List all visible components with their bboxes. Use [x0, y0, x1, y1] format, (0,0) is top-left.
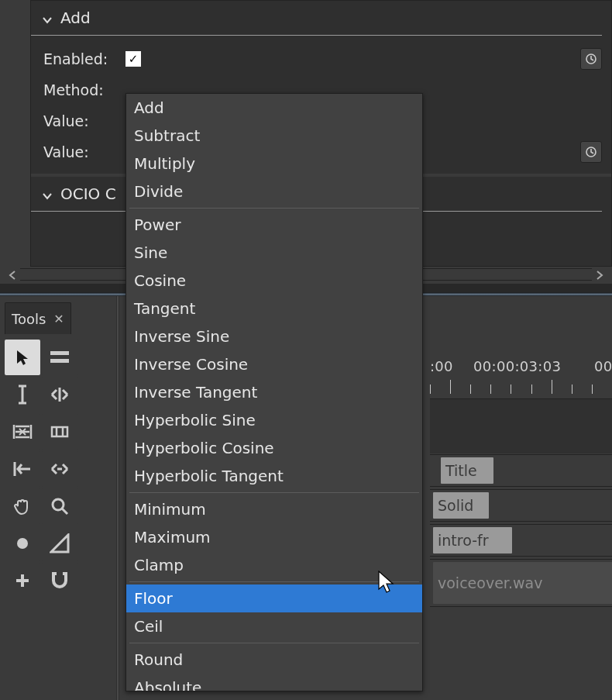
- slide-right-icon: [50, 460, 70, 478]
- dropdown-item-inverse-tangent[interactable]: Inverse Tangent: [126, 378, 422, 406]
- dropdown-item-hyperbolic-sine[interactable]: Hyperbolic Sine: [126, 406, 422, 434]
- scroll-right-icon[interactable]: [592, 268, 607, 282]
- tool-record[interactable]: [5, 526, 40, 561]
- dropdown-item-inverse-sine[interactable]: Inverse Sine: [126, 322, 422, 350]
- tool-hand[interactable]: [5, 488, 40, 524]
- svg-rect-2: [50, 351, 69, 355]
- dropdown-item-multiply[interactable]: Multiply: [126, 150, 422, 178]
- timeline-gap: [430, 399, 612, 453]
- dropdown-separator: [129, 581, 419, 582]
- tool-ripple[interactable]: [42, 377, 77, 412]
- transition-icon: [50, 533, 70, 553]
- dropdown-item-subtract[interactable]: Subtract: [126, 122, 422, 150]
- track-1[interactable]: Solid: [430, 489, 612, 522]
- dropdown-item-maximum[interactable]: Maximum: [126, 523, 422, 551]
- tool-pointer[interactable]: [5, 340, 40, 375]
- clip-intro-fr[interactable]: intro-fr: [433, 527, 512, 553]
- section-add-title: Add: [60, 9, 91, 27]
- dropdown-item-round[interactable]: Round: [126, 646, 422, 674]
- tool-grid: [5, 340, 85, 598]
- enabled-label: Enabled:: [43, 50, 118, 67]
- chevron-down-icon: [42, 188, 53, 199]
- dropdown-item-hyperbolic-cosine[interactable]: Hyperbolic Cosine: [126, 434, 422, 462]
- track-0[interactable]: Title: [430, 454, 612, 487]
- value1-label: Value:: [43, 112, 118, 129]
- tool-snap[interactable]: [42, 563, 77, 598]
- slide-left-icon: [12, 460, 33, 478]
- vertical-splitter[interactable]: [116, 296, 119, 700]
- method-dropdown[interactable]: AddSubtractMultiplyDividePowerSineCosine…: [125, 93, 423, 691]
- dropdown-item-minimum[interactable]: Minimum: [126, 495, 422, 523]
- dropdown-item-ceil[interactable]: Ceil: [126, 612, 422, 640]
- dropdown-item-clamp[interactable]: Clamp: [126, 551, 422, 579]
- tool-rolling[interactable]: [5, 414, 40, 450]
- ruler-label: :00: [430, 358, 469, 374]
- ruler-labels: :00 00:00:03:03 00:: [430, 358, 612, 374]
- enabled-checkbox[interactable]: ✓: [125, 51, 141, 67]
- tool-track-select[interactable]: [42, 340, 77, 375]
- svg-point-10: [53, 499, 64, 510]
- add-icon: [14, 572, 31, 589]
- hand-icon: [13, 497, 32, 516]
- chevron-down-icon: [42, 12, 53, 23]
- tool-zoom[interactable]: [42, 488, 77, 524]
- rolling-icon: [12, 423, 33, 440]
- ruler-label: 00:: [594, 358, 612, 374]
- tool-slide-left[interactable]: [5, 451, 40, 487]
- pointer-icon: [13, 348, 32, 367]
- tab-tools[interactable]: Tools ✕: [5, 302, 71, 334]
- row-enabled: Enabled: ✓: [43, 43, 602, 74]
- tool-text-cursor[interactable]: [5, 377, 40, 412]
- ruler-ticks: [430, 380, 612, 394]
- dropdown-item-power[interactable]: Power: [126, 211, 422, 239]
- svg-point-12: [17, 538, 28, 549]
- dropdown-item-divide[interactable]: Divide: [126, 178, 422, 205]
- tab-close-icon[interactable]: ✕: [53, 312, 64, 326]
- method-label: Method:: [43, 81, 118, 98]
- tracks: TitleSolidintro-frvoiceover.wav: [430, 454, 612, 609]
- text-cursor-icon: [15, 384, 30, 405]
- tool-slip[interactable]: [42, 414, 77, 450]
- snap-icon: [50, 571, 70, 590]
- slip-icon: [49, 425, 70, 439]
- tab-tools-label: Tools: [12, 311, 46, 327]
- dropdown-separator: [129, 492, 419, 493]
- dropdown-item-sine[interactable]: Sine: [126, 239, 422, 267]
- svg-line-11: [62, 509, 67, 514]
- dropdown-item-absolute[interactable]: Absolute: [126, 674, 422, 691]
- track-select-icon: [50, 350, 70, 365]
- dropdown-item-inverse-cosine[interactable]: Inverse Cosine: [126, 350, 422, 378]
- tool-slide-right[interactable]: [42, 451, 77, 487]
- keyframe-button-enabled[interactable]: [580, 48, 602, 70]
- scroll-left-icon[interactable]: [5, 268, 20, 282]
- tool-transition[interactable]: [42, 526, 77, 561]
- dropdown-item-cosine[interactable]: Cosine: [126, 267, 422, 295]
- section-add-header[interactable]: Add: [31, 1, 611, 35]
- dropdown-item-floor[interactable]: Floor: [126, 584, 422, 612]
- value2-label: Value:: [43, 143, 118, 160]
- clip-solid[interactable]: Solid: [433, 492, 489, 519]
- keyframe-button-value2[interactable]: [580, 141, 602, 163]
- ruler-label: 00:00:03:03: [473, 358, 590, 374]
- dropdown-item-add[interactable]: Add: [126, 94, 422, 122]
- svg-rect-3: [50, 359, 69, 363]
- tool-add[interactable]: [5, 563, 40, 598]
- dropdown-item-tangent[interactable]: Tangent: [126, 295, 422, 322]
- dropdown-separator: [129, 208, 419, 209]
- timeline: :00 00:00:03:03 00: TitleSolidintro-frvo…: [430, 357, 612, 700]
- track-2[interactable]: intro-fr: [430, 524, 612, 557]
- dropdown-item-hyperbolic-tangent[interactable]: Hyperbolic Tangent: [126, 462, 422, 490]
- dropdown-separator: [129, 643, 419, 643]
- record-icon: [14, 535, 31, 552]
- track-3[interactable]: voiceover.wav: [430, 559, 612, 607]
- ripple-icon: [50, 386, 70, 403]
- zoom-icon: [50, 497, 69, 516]
- svg-rect-5: [52, 427, 67, 436]
- clip-title[interactable]: Title: [441, 457, 493, 484]
- clip-voiceover-wav[interactable]: voiceover.wav: [433, 562, 612, 604]
- section-ocio-title: OCIO C: [60, 184, 116, 203]
- timeline-ruler[interactable]: :00 00:00:03:03 00:: [430, 357, 612, 398]
